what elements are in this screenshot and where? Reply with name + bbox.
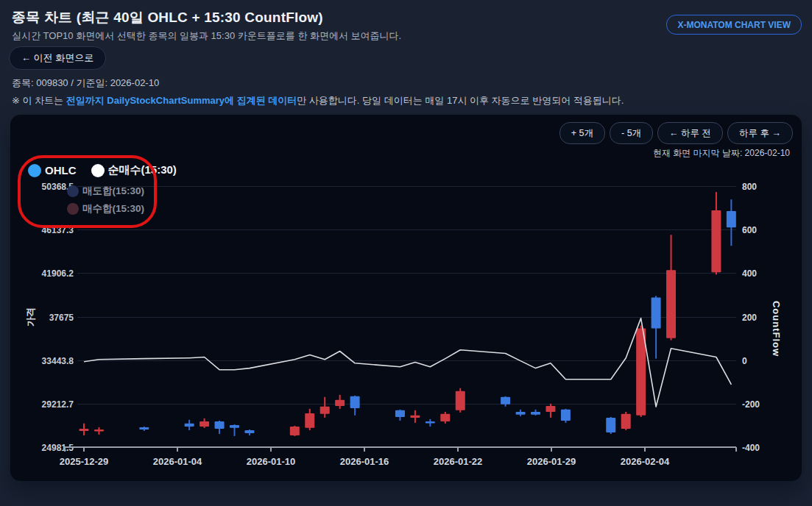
flow-axis-tick-label: 800 (742, 182, 757, 192)
candle-2026-01-23[interactable] (456, 388, 465, 413)
chart-card: + 5개 - 5개 ← 하루 전 하루 후 → 현재 화면 마지막 날짜: 20… (10, 115, 802, 481)
candle-2026-01-16[interactable] (350, 396, 360, 416)
flow-axis-title: CountFlow (771, 301, 782, 357)
legend-item-netbuy[interactable]: 순매수(15:30) (91, 163, 177, 177)
legend-label-sellsum: 매도합(15:30) (82, 185, 144, 198)
legend-item-sellsum[interactable]: 매도합(15:30) (67, 185, 144, 198)
ohlc-series-dot-icon (28, 164, 41, 177)
legend-label-buysum: 매수합(15:30) (82, 202, 144, 215)
x-axis-tick-label: 2026-01-04 (153, 456, 202, 467)
chart-view-button[interactable]: X-MONATOM CHART VIEW (666, 15, 802, 35)
legend-label-netbuy: 순매수(15:30) (108, 163, 177, 177)
candle-2026-01-07[interactable] (215, 421, 225, 434)
flow-axis-tick-label: 0 (742, 356, 747, 366)
candle-2026-01-09[interactable] (244, 430, 254, 435)
notice-highlight: 전일까지 DailyStockChartSummary에 집계된 데이터 (66, 95, 297, 106)
netbuy-series-dot-icon (91, 164, 105, 177)
price-axis-tick-label: 41906.2 (42, 268, 74, 279)
notice-suffix: 만 사용합니다. 당일 데이터는 매일 17시 이후 자동으로 반영되어 적용됩… (297, 95, 624, 106)
flow-axis-tick-label: -400 (742, 443, 760, 453)
x-axis-tick-label: 2026-01-29 (527, 456, 576, 467)
sellsum-series-dot-icon (67, 185, 79, 197)
x-axis-tick-label: 2026-01-16 (340, 456, 389, 467)
price-axis-title: 가격 (25, 307, 36, 327)
candle-2026-01-27[interactable] (516, 410, 526, 416)
candle-2026-02-09[interactable] (711, 192, 721, 274)
candle-2026-01-22[interactable] (440, 412, 450, 424)
candle-2026-01-14[interactable] (320, 397, 330, 418)
price-axis-tick-label: 46137.3 (42, 225, 74, 235)
candle-2026-02-06[interactable] (666, 235, 676, 340)
netbuy-flow-line (84, 318, 731, 407)
candle-2026-02-10[interactable] (727, 199, 736, 246)
candle-2026-01-06[interactable] (200, 418, 209, 428)
back-button[interactable]: ← 이전 화면으로 (9, 46, 106, 70)
candle-2026-01-26[interactable] (501, 396, 510, 407)
legend-item-ohlc[interactable]: OHLC (28, 164, 77, 177)
flow-axis-tick-label: 400 (742, 268, 757, 279)
x-axis-tick-label: 2026-01-22 (434, 456, 483, 467)
page-subtitle: 실시간 TOP10 화면에서 선택한 종목의 일봉과 15:30 카운트플로를 … (12, 29, 401, 43)
candle-2026-02-05[interactable] (652, 296, 661, 358)
candle-2026-02-03[interactable] (621, 412, 631, 430)
notice-prefix: ※ 이 차트는 (12, 95, 66, 106)
price-axis-tick-label: 37675 (49, 313, 74, 323)
candle-2026-01-21[interactable] (426, 419, 435, 427)
page-title: 종목 차트 (최근 40일 OHLC + 15:30 CountFlow) (12, 8, 323, 27)
buysum-series-dot-icon (67, 203, 79, 215)
candle-2026-01-19[interactable] (395, 410, 405, 421)
flow-axis-tick-label: 200 (742, 313, 757, 323)
candle-2026-01-15[interactable] (335, 395, 345, 409)
x-axis-tick-label: 2026-02-04 (621, 456, 670, 467)
candle-2025-12-29[interactable] (80, 424, 89, 435)
chart-area: 50368.580046137.360041906.24003767520033… (10, 115, 802, 481)
candle-2025-12-30[interactable] (94, 427, 104, 435)
x-axis-tick-label: 2025-12-29 (60, 456, 109, 467)
candle-2026-01-20[interactable] (410, 410, 420, 423)
candle-2026-01-12[interactable] (290, 426, 300, 436)
legend-item-buysum[interactable]: 매수합(15:30) (67, 202, 144, 215)
legend-label-ohlc: OHLC (45, 164, 77, 177)
price-axis-tick-label: 29212.7 (42, 399, 74, 410)
price-axis-tick-label: 33443.8 (42, 356, 74, 366)
candle-2026-01-08[interactable] (230, 424, 239, 436)
candle-2026-01-30[interactable] (561, 409, 571, 423)
x-axis-tick-label: 2026-01-10 (247, 456, 296, 467)
candle-2026-01-02[interactable] (139, 427, 149, 431)
candle-2026-01-28[interactable] (531, 410, 540, 416)
candle-2026-01-05[interactable] (185, 420, 194, 430)
candle-2026-02-02[interactable] (606, 417, 615, 434)
candle-2026-01-13[interactable] (305, 409, 314, 430)
flow-axis-tick-label: 600 (742, 225, 757, 235)
stock-meta-line: 종목: 009830 / 기준일: 2026-02-10 (12, 76, 159, 90)
candle-2026-01-29[interactable] (546, 404, 555, 418)
notice-line: ※ 이 차트는 전일까지 DailyStockChartSummary에 집계된… (12, 94, 624, 107)
flow-axis-tick-label: -200 (742, 399, 760, 410)
